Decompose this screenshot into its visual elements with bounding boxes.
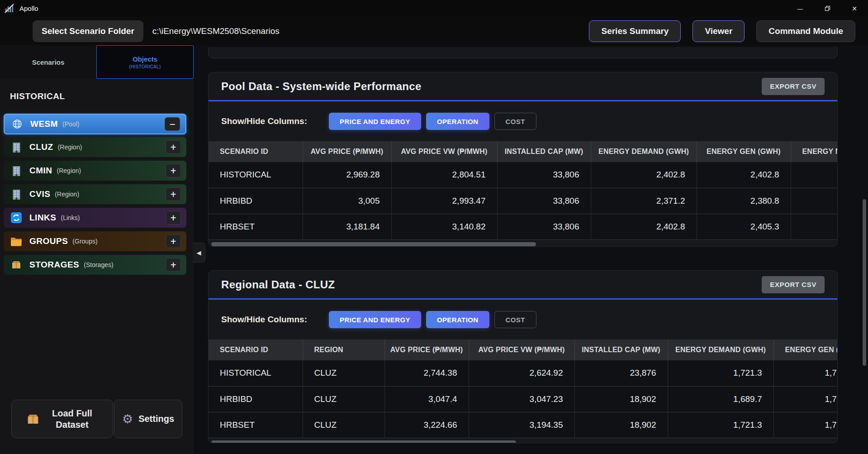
regional-panel-title: Regional Data - CLUZ (221, 278, 335, 291)
expand-button[interactable]: + (166, 211, 181, 225)
regional-data-panel: Regional Data - CLUZ EXPORT CSV Show/Hid… (208, 270, 838, 443)
regional-toggle-group: PRICE AND ENERGYOPERATIONCOST (329, 311, 541, 328)
building-icon (10, 165, 23, 176)
column-header: ENERGY NET (791, 141, 837, 162)
table-cell: 2,380.8 (697, 188, 791, 214)
sidebar-collapse-button[interactable]: ◀ (193, 243, 205, 263)
item-type-label: (Pool) (62, 120, 79, 128)
pool-export-csv-button[interactable]: EXPORT CSV (762, 78, 825, 95)
toolbar: Select Scenario Folder c:\iEnergy\WESM25… (0, 17, 868, 45)
expand-button[interactable]: + (166, 234, 181, 248)
main-vertical-scrollbar-thumb[interactable] (863, 199, 866, 366)
table-cell: 3,194.35 (469, 412, 574, 438)
table-cell (791, 162, 837, 188)
pool-toggle-group: PRICE AND ENERGYOPERATIONCOST (329, 113, 541, 130)
tab-scenarios-label: Scenarios (32, 58, 65, 66)
table-row: HRBIBDCLUZ3,047.43,047.2318,9021,689.71,… (209, 386, 837, 412)
minimize-icon[interactable]: — (787, 0, 814, 17)
table-cell: 1,721.3 (668, 360, 773, 386)
table-cell: 23,876 (574, 360, 668, 386)
collapse-arrow-icon: ◀ (197, 249, 201, 256)
column-header: ENERGY GEN (G (773, 339, 837, 360)
main-content: Pool Data - System-wide Performance EXPO… (194, 45, 868, 454)
column-toggle-operation[interactable]: OPERATION (426, 311, 489, 328)
collapse-button[interactable]: − (165, 117, 180, 131)
viewer-button[interactable]: Viewer (693, 20, 745, 42)
regional-table-wrap: SCENARIO IDREGIONAVG PRICE (₱/MWH)AVG PR… (209, 339, 837, 438)
regional-scrollbar-thumb[interactable] (211, 440, 516, 444)
show-hide-columns-label: Show/Hide Columns: (221, 116, 307, 126)
table-cell (791, 188, 837, 214)
scenario-folder-path: c:\iEnergy\WESM2508\Scenarios (152, 26, 280, 36)
table-cell: HRBIBD (209, 188, 303, 214)
column-toggle-cost[interactable]: COST (494, 113, 536, 130)
column-toggle-price-and-energy[interactable]: PRICE AND ENERGY (329, 113, 421, 130)
sidebar-item-cluz[interactable]: CLUZ(Region)+ (4, 137, 186, 157)
table-row: HRBIBD3,0052,993.4733,8062,371.22,380.8 (209, 188, 837, 214)
restore-icon[interactable] (814, 0, 841, 17)
settings-button[interactable]: ⚙ Settings (114, 400, 182, 438)
table-cell: 2,402.8 (591, 214, 697, 239)
expand-button[interactable]: + (166, 140, 181, 154)
table-cell: CLUZ (303, 360, 384, 386)
column-toggle-price-and-energy[interactable]: PRICE AND ENERGY (329, 311, 421, 328)
item-type-label: (Links) (61, 214, 80, 221)
toolbar-right-group: Series SummaryViewerCommand Module (589, 20, 855, 42)
series-summary-button[interactable]: Series Summary (589, 20, 681, 42)
tab-scenarios[interactable]: Scenarios (0, 45, 96, 79)
sidebar-item-cvis[interactable]: CVIS(Region)+ (4, 184, 186, 204)
table-cell: 1,7 (773, 412, 837, 438)
regional-horizontal-scrollbar (211, 440, 835, 444)
column-header: SCENARIO ID (209, 339, 303, 360)
regional-export-csv-button[interactable]: EXPORT CSV (762, 276, 825, 293)
tab-objects-sublabel: (HISTORICAL) (129, 64, 161, 69)
column-header: AVG PRICE (₱/MWH) (384, 339, 469, 360)
pool-data-panel: Pool Data - System-wide Performance EXPO… (208, 72, 838, 247)
sidebar-item-groups[interactable]: GROUPS(Groups)+ (4, 231, 186, 251)
load-full-dataset-button[interactable]: Load Full Dataset (11, 400, 113, 438)
sidebar-item-wesm[interactable]: WESM(Pool)− (4, 114, 186, 134)
table-cell: 2,804.51 (391, 162, 497, 188)
item-type-label: (Groups) (72, 238, 97, 245)
sidebar-item-cmin[interactable]: CMIN(Region)+ (4, 161, 186, 181)
item-type-label: (Region) (57, 167, 81, 174)
tab-objects[interactable]: Objects (HISTORICAL) (96, 45, 194, 79)
table-row: HISTORICAL2,969.282,804.5133,8062,402.82… (209, 162, 837, 188)
expand-button[interactable]: + (166, 258, 181, 272)
table-cell: CLUZ (303, 412, 384, 438)
show-hide-columns-label: Show/Hide Columns: (221, 315, 307, 325)
globe-icon (11, 119, 24, 129)
command-module-button[interactable]: Command Module (756, 20, 855, 42)
expand-button[interactable]: + (166, 164, 181, 177)
table-cell: 2,371.2 (591, 188, 697, 214)
table-row: HISTORICALCLUZ2,744.382,624.9223,8761,72… (209, 360, 837, 386)
object-tree: WESM(Pool)−CLUZ(Region)+CMIN(Region)+CVI… (0, 114, 194, 278)
table-cell: 33,806 (497, 162, 591, 188)
item-type-label: (Region) (58, 143, 82, 151)
column-header: AVG PRICE VW (₱/MWH) (469, 339, 574, 360)
sidebar-item-links[interactable]: LINKS(Links)+ (4, 208, 186, 228)
app-title: Apollo (19, 5, 38, 12)
expand-button[interactable]: + (166, 187, 181, 201)
column-toggle-operation[interactable]: OPERATION (426, 113, 489, 130)
sidebar-item-storages[interactable]: STORAGES(Storages)+ (4, 255, 186, 275)
table-cell: 2,624.92 (469, 360, 574, 386)
table-cell: 3,140.82 (391, 214, 497, 239)
pool-scrollbar-thumb[interactable] (211, 242, 536, 246)
column-header: INSTALLED CAP (MW) (497, 141, 591, 162)
building-icon (10, 142, 23, 153)
column-toggle-cost[interactable]: COST (494, 311, 536, 328)
item-name: WESM (30, 119, 58, 129)
table-cell: CLUZ (303, 386, 384, 412)
pool-panel-header: Pool Data - System-wide Performance EXPO… (209, 72, 837, 101)
pool-horizontal-scrollbar (211, 242, 835, 246)
item-type-label: (Storages) (84, 261, 113, 268)
select-scenario-folder-button[interactable]: Select Scenario Folder (33, 20, 143, 42)
regional-table: SCENARIO IDREGIONAVG PRICE (₱/MWH)AVG PR… (209, 339, 837, 438)
sidebar-bottom: Load Full Dataset ⚙ Settings (0, 400, 194, 454)
item-name: CVIS (29, 189, 50, 199)
close-icon[interactable]: ✕ (841, 0, 868, 17)
titlebar: Apollo — ✕ (0, 0, 868, 17)
table-cell: HRBSET (209, 412, 303, 438)
table-cell: 18,902 (574, 386, 668, 412)
